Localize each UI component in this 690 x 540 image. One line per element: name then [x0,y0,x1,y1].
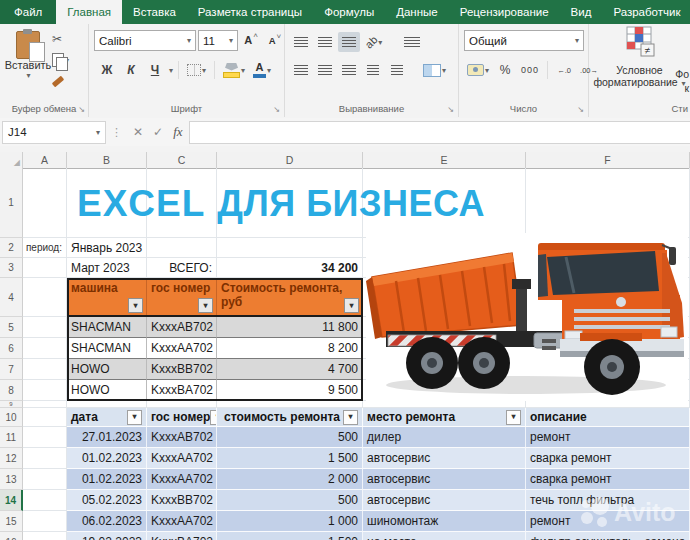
align-middle-button[interactable] [314,32,336,52]
shrink-font-button[interactable]: А˅ [264,31,286,51]
bold-button[interactable]: Ж [96,60,118,80]
lower-header-place[interactable]: место ремонта▾ [363,408,526,427]
paste-dropdown-icon[interactable]: ▾ [26,71,30,80]
cell-machine[interactable]: HOWO [67,359,147,380]
cell-machine[interactable]: SHACMAN [67,338,147,359]
underline-dropdown-icon[interactable]: ▾ [169,66,173,75]
cell-period-label[interactable]: период: [23,238,67,258]
cell-period-1[interactable]: Январь 2023 [67,238,147,258]
upper-header-cost[interactable]: Стоимость ремонта, руб▾ [217,278,363,317]
cell-description[interactable]: ремонт [526,427,690,448]
cell-description[interactable]: сварка ремонт [526,469,690,490]
cell-description[interactable]: сварка ремонт [526,448,690,469]
cell[interactable] [526,168,690,238]
filter-button-plate[interactable]: ▾ [198,298,213,313]
cell-date[interactable]: 19.02.2023 [67,532,147,540]
row-header-11[interactable]: 11 [0,427,23,448]
cell-plate[interactable]: KxxxBB702 [147,490,217,511]
column-header-d[interactable]: D [217,152,363,168]
cell[interactable] [23,380,67,401]
format-as-table-cut-label[interactable]: Фо [675,68,689,80]
cut-button[interactable]: ✂ [52,30,69,48]
tab-developer[interactable]: Разработчик [602,0,690,24]
cell[interactable] [23,448,67,469]
percent-style-button[interactable]: % [494,60,516,80]
cell-cost[interactable]: 1 000 [217,511,363,532]
row-header-15[interactable]: 15 [0,511,23,532]
cell-description[interactable]: фильтр осушитель - замена [526,532,690,540]
name-box-dropdown-icon[interactable]: ▾ [96,128,100,137]
row-header-1[interactable]: 1 [0,168,23,238]
filter-button-place[interactable]: ▾ [506,410,521,425]
cell-plate[interactable]: KxxxBA702 [147,532,217,540]
filter-button-machine[interactable]: ▾ [128,298,143,313]
lower-header-plate[interactable]: гос номер▾ [147,408,217,427]
column-header-c[interactable]: C [147,152,217,168]
cell[interactable] [23,359,67,380]
conditional-formatting-button[interactable]: ≠ Условное форматирование ▾ [589,26,690,90]
filter-button-plate2[interactable]: ▾ [210,410,217,425]
number-format-select[interactable]: Общий▾ [464,30,584,51]
cell-description[interactable]: ремонт [526,511,690,532]
tab-data[interactable]: Данные [385,0,449,24]
cell-styles-cut-label[interactable]: к [684,82,689,94]
cell-cost[interactable]: 9 500 [217,380,363,401]
tab-file[interactable]: Файл [0,0,56,24]
align-right-button[interactable] [338,60,360,80]
orientation-button[interactable]: ab▾ [362,32,385,52]
cell-cost[interactable]: 500 [217,427,363,448]
tab-review[interactable]: Рецензирование [449,0,560,24]
increase-indent-button[interactable] [386,60,408,80]
cell-cost[interactable]: 1 500 [217,532,363,540]
cell[interactable] [23,258,67,278]
cell[interactable] [23,317,67,338]
row-header-9[interactable]: 9 [0,401,23,408]
cell[interactable] [23,168,67,238]
underline-button[interactable]: Ч [144,60,166,80]
font-name-select[interactable]: Calibri▾ [94,30,196,51]
align-center-button[interactable] [314,60,336,80]
row-header-7[interactable]: 7 [0,359,23,380]
row-header-14-selected[interactable]: 14 [0,490,23,511]
cell-place[interactable]: на месте [363,532,526,540]
cell[interactable] [23,278,67,317]
align-left-button[interactable] [290,60,312,80]
row-header-5[interactable]: 5 [0,317,23,338]
cell[interactable] [217,238,363,258]
cell[interactable] [23,532,67,540]
cell[interactable] [23,401,67,408]
copy-button[interactable]: ▾ [52,51,69,69]
cell[interactable] [217,401,363,408]
alignment-dialog-launcher[interactable]: ↘ [447,106,454,114]
row-header-16[interactable]: 16 [0,532,23,540]
cell-place[interactable]: автосервис [363,469,526,490]
grow-font-button[interactable]: А˄ [240,31,262,51]
cell-place[interactable]: автосервис [363,490,526,511]
cell[interactable] [67,401,147,408]
cell-plate[interactable]: KxxxAA702 [147,338,217,359]
cell-period-2[interactable]: Март 2023 [67,258,147,278]
cell-total-value[interactable]: 34 200 [217,258,363,278]
filter-button-cost[interactable]: ▾ [344,298,359,313]
cell-place[interactable]: дилер [363,427,526,448]
tab-view[interactable]: Вид [560,0,603,24]
cell[interactable] [23,408,67,427]
paste-button[interactable]: Вставить ▾ [6,29,50,103]
cell-date[interactable]: 06.02.2023 [67,511,147,532]
cell-plate[interactable]: KxxxBA702 [147,380,217,401]
accounting-format-button[interactable]: ▾ [464,60,492,80]
column-header-f[interactable]: F [526,152,690,168]
cell-place[interactable]: шиномонтаж [363,511,526,532]
column-header-a[interactable]: A [23,152,67,168]
cell-place[interactable]: автосервис [363,448,526,469]
tab-page-layout[interactable]: Разметка страницы [187,0,313,24]
font-size-select[interactable]: 11▾ [198,30,238,51]
merge-center-button[interactable]: ▾ [420,60,449,80]
lower-header-description[interactable]: описание [526,408,690,427]
formula-bar-grip-icon[interactable]: ⋮ [111,126,122,139]
confirm-entry-icon[interactable]: ✓ [153,125,163,139]
cell[interactable] [526,401,690,408]
filter-button-cost2[interactable]: ▾ [343,410,358,425]
borders-button[interactable]: ▾ [184,60,209,80]
align-bottom-button[interactable] [338,32,360,52]
